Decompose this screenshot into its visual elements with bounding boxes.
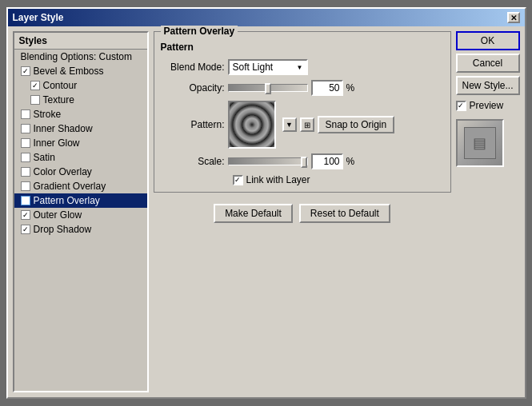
layer-style-dialog: Layer Style ✕ Styles Blending Options: C…	[6, 7, 526, 399]
scale-unit: %	[346, 156, 355, 167]
blend-mode-dropdown[interactable]: Soft Light ▼	[228, 59, 308, 75]
pattern-preview-thumbnail[interactable]	[228, 101, 276, 149]
sidebar-item-label-drop-shadow: Drop Shadow	[34, 224, 92, 235]
preview-row: Preview	[456, 100, 520, 111]
scale-row: Scale: %	[161, 153, 444, 169]
sidebar-item-drop-shadow[interactable]: Drop Shadow	[14, 222, 147, 237]
dialog-title: Layer Style	[13, 12, 64, 23]
sidebar-item-label-stroke: Stroke	[34, 109, 62, 120]
checkbox-stroke[interactable]	[21, 109, 30, 119]
subsection-title: Pattern	[161, 42, 444, 53]
close-button[interactable]: ✕	[507, 12, 520, 23]
sidebar-item-color-overlay[interactable]: Color Overlay	[14, 165, 147, 179]
sidebar-item-stroke[interactable]: Stroke	[14, 107, 147, 121]
new-style-button[interactable]: New Style...	[456, 76, 520, 95]
link-with-layer-row: Link with Layer	[233, 174, 444, 185]
pattern-label: Pattern:	[161, 119, 225, 130]
cancel-button[interactable]: Cancel	[456, 54, 520, 73]
reset-to-default-button[interactable]: Reset to Default	[299, 204, 390, 223]
checkbox-color-overlay[interactable]	[21, 167, 30, 177]
left-panel: Styles Blending Options: CustomBevel & E…	[13, 31, 149, 392]
sidebar-item-label-outer-glow: Outer Glow	[34, 209, 82, 221]
sidebar-item-satin[interactable]: Satin	[14, 150, 147, 165]
checkbox-bevel-emboss[interactable]	[21, 66, 30, 76]
dropdown-arrow-icon: ▼	[297, 64, 303, 71]
sidebar-item-contour[interactable]: Contour	[14, 78, 147, 93]
checkbox-texture[interactable]	[30, 95, 40, 105]
checkbox-inner-glow[interactable]	[21, 138, 30, 148]
sidebar-item-pattern-overlay[interactable]: Pattern Overlay	[14, 193, 147, 208]
sidebar-item-label-inner-glow: Inner Glow	[34, 137, 80, 149]
right-panel: OK Cancel New Style... Preview ▤	[456, 31, 520, 392]
blend-mode-label: Blend Mode:	[161, 62, 225, 73]
sidebar-item-label-pattern-overlay: Pattern Overlay	[34, 195, 100, 206]
layer-preview-inner: ▤	[464, 127, 496, 159]
checkbox-outer-glow[interactable]	[21, 210, 30, 220]
pattern-row: Pattern: ▼ ⊞ Snap to Origin	[161, 101, 444, 149]
pattern-stamp-icon[interactable]: ⊞	[300, 117, 314, 132]
blend-mode-value: Soft Light	[233, 62, 274, 73]
checkbox-inner-shadow[interactable]	[21, 124, 30, 133]
section-title: Pattern Overlay	[161, 26, 238, 37]
scale-input[interactable]	[311, 153, 343, 169]
checkbox-contour[interactable]	[30, 81, 40, 90]
sidebar-item-label-gradient-overlay: Gradient Overlay	[34, 181, 106, 192]
snap-to-origin-button[interactable]: Snap to Origin	[318, 116, 395, 133]
opacity-slider-thumb[interactable]	[265, 83, 271, 94]
sidebar-item-outer-glow[interactable]: Outer Glow	[14, 208, 147, 222]
sidebar-item-bevel-emboss[interactable]: Bevel & Emboss	[14, 64, 147, 78]
blend-mode-row: Blend Mode: Soft Light ▼	[161, 59, 444, 75]
scale-slider-track[interactable]	[228, 157, 308, 165]
link-with-layer-checkbox[interactable]	[233, 175, 243, 185]
sidebar-item-texture[interactable]: Texture	[14, 93, 147, 107]
ok-button[interactable]: OK	[456, 31, 520, 50]
opacity-label: Opacity:	[161, 82, 225, 94]
sidebar-item-label-satin: Satin	[34, 152, 55, 163]
sidebar-item-label-bevel-emboss: Bevel & Emboss	[34, 66, 104, 77]
sidebar-item-inner-glow[interactable]: Inner Glow	[14, 136, 147, 150]
sidebar-item-inner-shadow[interactable]: Inner Shadow	[14, 121, 147, 136]
bottom-buttons: Make Default Reset to Default	[154, 204, 451, 223]
make-default-button[interactable]: Make Default	[214, 204, 293, 223]
checkbox-satin[interactable]	[21, 153, 30, 162]
pattern-controls: ▼ ⊞ Snap to Origin	[228, 101, 395, 149]
checkbox-pattern-overlay[interactable]	[21, 196, 30, 205]
pattern-overlay-section: Pattern Overlay Pattern Blend Mode: Soft…	[154, 31, 451, 193]
pattern-dropdown-btn[interactable]: ▼	[282, 117, 297, 132]
sidebar-item-gradient-overlay[interactable]: Gradient Overlay	[14, 179, 147, 193]
layer-preview-thumbnail: ▤	[456, 119, 504, 167]
checkbox-drop-shadow[interactable]	[21, 225, 30, 234]
styles-header: Styles	[14, 33, 147, 50]
preview-label: Preview	[470, 100, 504, 111]
center-panel: Pattern Overlay Pattern Blend Mode: Soft…	[154, 31, 451, 392]
opacity-row: Opacity: %	[161, 80, 444, 96]
opacity-unit: %	[346, 82, 355, 94]
sidebar-item-label-texture: Texture	[43, 94, 74, 105]
scale-label: Scale:	[161, 156, 225, 167]
scale-slider-thumb[interactable]	[301, 157, 307, 168]
sidebar-item-label-color-overlay: Color Overlay	[34, 166, 92, 177]
sidebar-item-label-inner-shadow: Inner Shadow	[34, 123, 93, 134]
title-bar: Layer Style ✕	[8, 9, 525, 26]
sidebar-item-label-blending-options: Blending Options: Custom	[21, 51, 132, 62]
checkbox-gradient-overlay[interactable]	[21, 181, 30, 191]
sidebar-item-blending-options[interactable]: Blending Options: Custom	[14, 50, 147, 64]
opacity-input[interactable]	[311, 80, 343, 96]
opacity-slider-track[interactable]	[228, 84, 308, 92]
dialog-body: Styles Blending Options: CustomBevel & E…	[8, 26, 525, 397]
sidebar-item-label-contour: Contour	[43, 80, 78, 91]
link-with-layer-label: Link with Layer	[246, 174, 310, 185]
preview-checkbox[interactable]	[456, 101, 466, 111]
